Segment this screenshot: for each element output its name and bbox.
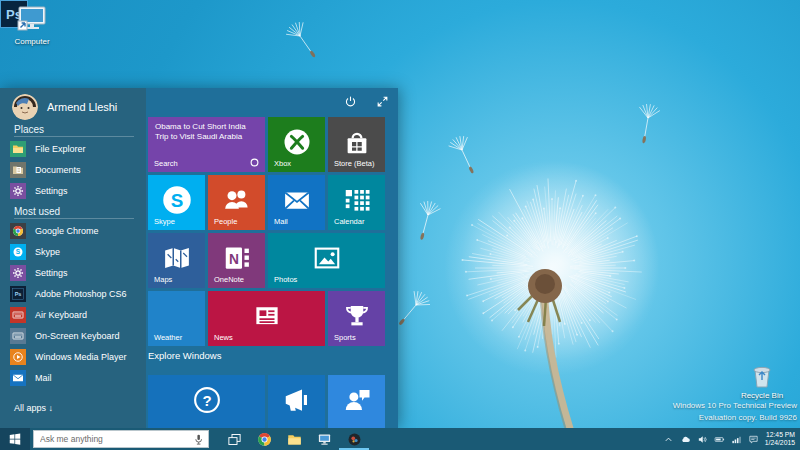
tile-weather[interactable]: Weather xyxy=(148,291,205,346)
tray-network[interactable] xyxy=(729,431,744,447)
envelope-icon xyxy=(10,370,26,386)
tile-maps[interactable]: Maps xyxy=(148,233,205,288)
most-used-header: Most used xyxy=(14,206,60,217)
app-onscreen-keyboard[interactable]: On-Screen Keyboard xyxy=(10,325,142,346)
tile-store[interactable]: Store (Beta) xyxy=(328,117,385,172)
all-apps-button[interactable]: All apps ↓ xyxy=(14,403,53,413)
tray-volume[interactable] xyxy=(695,431,710,447)
svg-text:S: S xyxy=(170,190,183,211)
svg-text:N: N xyxy=(228,252,238,267)
tile-search[interactable]: Obama to Cut Short India Trip to Visit S… xyxy=(148,117,265,172)
xbox-icon xyxy=(282,127,312,157)
tile-mail[interactable]: Mail xyxy=(268,175,325,230)
megaphone-icon xyxy=(282,385,312,415)
action-center-icon xyxy=(748,434,759,445)
place-documents[interactable]: Documents xyxy=(10,159,142,180)
gear-icon xyxy=(10,183,26,199)
recycle-bin-icon xyxy=(750,363,774,389)
trophy-icon xyxy=(342,301,372,331)
tray-chevron[interactable] xyxy=(661,431,676,447)
documents-icon xyxy=(10,162,26,178)
tile-label: Maps xyxy=(154,275,172,284)
speaker-icon xyxy=(697,434,708,445)
task-view-button[interactable] xyxy=(219,428,249,450)
taskbar-devices[interactable] xyxy=(309,428,339,450)
watermark-line2: Evaluation copy. Build 9926 xyxy=(673,412,797,424)
place-settings[interactable]: Settings xyxy=(10,180,142,201)
tile-skype[interactable]: S Skype xyxy=(148,175,205,230)
battery-icon xyxy=(714,434,725,445)
windows-logo-icon xyxy=(9,433,21,445)
tile-grid: Obama to Cut Short India Trip to Visit S… xyxy=(148,88,392,428)
tile-headline: Obama to Cut Short India Trip to Visit S… xyxy=(155,122,258,143)
microphone-icon[interactable] xyxy=(192,433,205,446)
tile-photos[interactable]: Photos xyxy=(268,233,385,288)
app-circle-icon xyxy=(347,432,362,447)
start-button[interactable] xyxy=(0,428,30,450)
desktop: Computer Ps Recycle Bin Windows 10 Pro T… xyxy=(0,0,800,450)
play-icon xyxy=(10,349,26,365)
photos-icon xyxy=(312,243,342,273)
tile-insider-hub[interactable] xyxy=(268,375,325,428)
tile-label: Skype xyxy=(154,217,175,226)
tile-label: Weather xyxy=(154,333,182,342)
skype-icon: S xyxy=(10,244,26,260)
places-list: File Explorer Documents Settings xyxy=(10,138,142,201)
app-photoshop[interactable]: Ps Adobe Photoshop CS6 xyxy=(10,283,142,304)
app-settings[interactable]: Settings xyxy=(10,262,142,283)
explore-windows-header: Explore Windows xyxy=(148,350,221,361)
tile-label: Calendar xyxy=(334,217,364,226)
computer-desktop-icon[interactable]: Computer xyxy=(6,5,58,46)
tile-calendar[interactable]: Calendar xyxy=(328,175,385,230)
devices-icon xyxy=(317,432,332,447)
taskbar-chrome[interactable] xyxy=(249,428,279,450)
most-used-list: Google Chrome S Skype Settings Ps Adobe … xyxy=(10,220,142,388)
app-mail[interactable]: Mail xyxy=(10,367,142,388)
user-account-button[interactable]: Armend Lleshi xyxy=(12,94,117,120)
taskbar-file-explorer[interactable] xyxy=(279,428,309,450)
watermark-line1: Windows 10 Pro Technical Preview xyxy=(673,400,797,412)
tile-onenote[interactable]: N OneNote xyxy=(208,233,265,288)
tile-feedback[interactable] xyxy=(328,375,385,428)
taskbar-running-app[interactable] xyxy=(339,428,369,450)
tile-people[interactable]: People xyxy=(208,175,265,230)
app-wmp[interactable]: Windows Media Player xyxy=(10,346,142,367)
tile-label: People xyxy=(214,217,237,226)
tile-sports[interactable]: Sports xyxy=(328,291,385,346)
tile-get-started[interactable]: ? xyxy=(148,375,265,428)
tile-label: Search xyxy=(154,159,178,168)
monitor-icon xyxy=(15,5,49,35)
computer-label: Computer xyxy=(6,37,58,46)
app-air-keyboard[interactable]: Air Keyboard xyxy=(10,304,142,325)
places-header: Places xyxy=(14,124,44,135)
user-name: Armend Lleshi xyxy=(47,101,117,113)
chevron-up-icon xyxy=(663,434,674,445)
recycle-bin-label: Recycle Bin xyxy=(734,391,790,400)
app-skype[interactable]: S Skype xyxy=(10,241,142,262)
clock-date: 1/24/2015 xyxy=(765,439,795,447)
chrome-icon xyxy=(10,223,26,239)
tray-battery[interactable] xyxy=(712,431,727,447)
evaluation-watermark: Windows 10 Pro Technical Preview Evaluat… xyxy=(673,400,797,424)
tile-news[interactable]: News xyxy=(208,291,325,346)
app-google-chrome[interactable]: Google Chrome xyxy=(10,220,142,241)
tile-xbox[interactable]: Xbox xyxy=(268,117,325,172)
keyboard-icon xyxy=(10,328,26,344)
tile-label: News xyxy=(214,333,233,342)
news-icon xyxy=(252,301,282,331)
system-tray xyxy=(661,431,761,447)
tray-onedrive[interactable] xyxy=(678,431,693,447)
recycle-bin-desktop-icon[interactable]: Recycle Bin xyxy=(734,363,790,400)
tile-label: Xbox xyxy=(274,159,291,168)
svg-text:S: S xyxy=(16,248,21,255)
tile-label: OneNote xyxy=(214,275,244,284)
clock-time: 12:45 PM xyxy=(765,431,795,439)
place-file-explorer[interactable]: File Explorer xyxy=(10,138,142,159)
tray-action-center[interactable] xyxy=(746,431,761,447)
folder-icon xyxy=(287,432,302,447)
cloud-icon xyxy=(680,434,691,445)
taskbar-clock[interactable]: 12:45 PM 1/24/2015 xyxy=(765,431,795,447)
search-input[interactable] xyxy=(34,431,184,447)
taskbar: 12:45 PM 1/24/2015 xyxy=(0,428,800,450)
svg-text:Ps: Ps xyxy=(15,291,22,297)
